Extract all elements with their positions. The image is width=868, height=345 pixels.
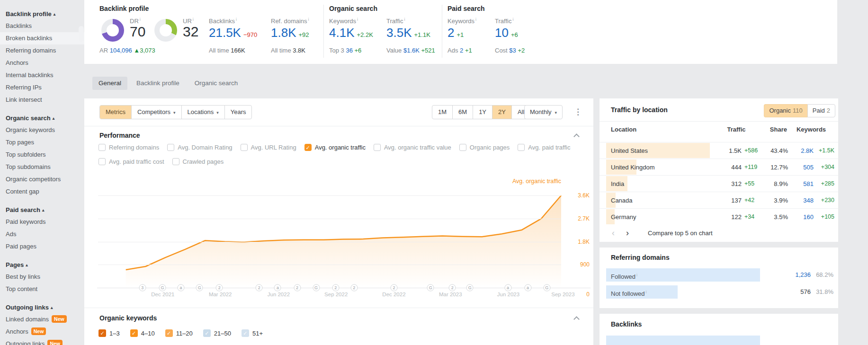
- compare-top5-link[interactable]: Compare top 5 on chart: [648, 230, 713, 237]
- backlinks-row[interactable]: [600, 335, 838, 345]
- event-marker-icon[interactable]: G: [159, 284, 166, 292]
- sidebar-section-pages[interactable]: Pages▴: [0, 259, 84, 271]
- collapse-performance-icon[interactable]: [573, 133, 580, 140]
- checkbox-avg-paid-traffic[interactable]: Avg. paid traffic: [518, 144, 570, 151]
- column-traffic[interactable]: Traffic: [712, 126, 761, 133]
- prev-page-icon[interactable]: ‹: [606, 228, 620, 238]
- range-1m-button[interactable]: 1M: [432, 106, 452, 119]
- range-6m-button[interactable]: 6M: [452, 106, 473, 119]
- event-marker-icon[interactable]: 2: [390, 284, 397, 292]
- event-marker-icon[interactable]: G: [313, 284, 320, 292]
- sidebar-item-link-intersect[interactable]: Link intersect: [0, 94, 84, 106]
- info-icon[interactable]: i: [475, 17, 476, 22]
- event-marker-icon[interactable]: 2: [449, 284, 456, 292]
- competitors-filter-button[interactable]: Competitors▾: [131, 106, 181, 119]
- sidebar-item-referring-ips[interactable]: Referring IPs: [0, 81, 84, 94]
- checkbox-avg-organic-traffic[interactable]: Avg. organic traffic: [304, 144, 366, 151]
- collapse-organic-keywords-icon[interactable]: [573, 316, 580, 322]
- checkbox-pos-4-10[interactable]: 4–10: [130, 329, 155, 337]
- event-marker-icon[interactable]: 2: [256, 284, 263, 292]
- top3-value-link[interactable]: 36: [346, 47, 352, 54]
- checkbox-pos-1-3[interactable]: 1–3: [98, 329, 120, 337]
- followed-count-link[interactable]: 1,236: [795, 267, 811, 283]
- sidebar-item-top-pages[interactable]: Top pages: [0, 136, 84, 149]
- info-icon[interactable]: i: [308, 17, 309, 22]
- organic-traffic-value-link[interactable]: 3.5K: [386, 26, 412, 40]
- event-marker-icon[interactable]: a: [504, 284, 511, 292]
- range-2y-button[interactable]: 2Y: [492, 106, 511, 119]
- table-row-canada[interactable]: Canada137+423.9%348+230: [600, 192, 838, 208]
- keywords-link[interactable]: 581: [788, 180, 814, 187]
- checkbox-pos-21-50[interactable]: 21–50: [203, 329, 231, 337]
- keywords-link[interactable]: 160: [788, 213, 814, 221]
- tab-backlink-profile[interactable]: Backlink profile: [130, 77, 186, 90]
- sidebar-item-best-by-links[interactable]: Best by links: [0, 271, 84, 283]
- table-row-germany[interactable]: Germany122+343.5%160+105: [600, 208, 838, 225]
- organic-traffic-line-chart[interactable]: [84, 188, 593, 290]
- sidebar-item-outgoing-anchors[interactable]: AnchorsNew: [0, 326, 84, 338]
- info-icon[interactable]: i: [140, 17, 141, 22]
- column-location[interactable]: Location: [600, 126, 712, 133]
- sidebar-item-organic-competitors[interactable]: Organic competitors: [0, 173, 84, 186]
- sidebar-section-organic-search[interactable]: Organic search▴: [0, 113, 84, 124]
- followed-row[interactable]: Followedi 1,236 68.2%: [600, 267, 838, 283]
- keywords-link[interactable]: 505: [788, 164, 814, 171]
- organic-toggle-button[interactable]: Organic110: [764, 104, 807, 117]
- sidebar-item-internal-backlinks[interactable]: Internal backlinks: [0, 69, 84, 81]
- info-icon[interactable]: i: [636, 273, 637, 277]
- not-followed-row[interactable]: Not followedi 576 31.8%: [600, 284, 838, 300]
- event-marker-icon[interactable]: G: [196, 284, 203, 292]
- checkbox-pos-11-20[interactable]: 11–20: [165, 329, 193, 337]
- granularity-select[interactable]: Monthly▾: [524, 105, 563, 119]
- checkbox-avg-paid-traffic-cost[interactable]: Avg. paid traffic cost: [98, 158, 164, 165]
- sidebar-section-paid-search[interactable]: Paid search▴: [0, 204, 84, 216]
- sidebar-item-broken-backlinks[interactable]: Broken backlinks: [0, 32, 84, 44]
- paid-toggle-button[interactable]: Paid2: [807, 104, 835, 117]
- info-icon[interactable]: i: [236, 17, 237, 22]
- event-marker-icon[interactable]: G: [427, 284, 434, 292]
- event-marker-icon[interactable]: a: [178, 284, 185, 292]
- column-keywords[interactable]: Keywords: [787, 126, 838, 133]
- sidebar-item-organic-keywords[interactable]: Organic keywords: [0, 124, 84, 136]
- backlinks-value-link[interactable]: 21.5K: [209, 26, 241, 40]
- sidebar-item-outgoing-links[interactable]: Outgoing linksNew: [0, 338, 84, 345]
- tab-general[interactable]: General: [92, 77, 127, 90]
- checkbox-avg-domain-rating[interactable]: Avg. Domain Rating: [167, 144, 232, 151]
- sidebar-section-outgoing-links[interactable]: Outgoing links▴: [0, 302, 84, 313]
- sidebar-item-anchors[interactable]: Anchors: [0, 57, 84, 69]
- paid-keywords-value-link[interactable]: 2: [447, 26, 454, 40]
- event-marker-icon[interactable]: 3: [139, 284, 146, 292]
- info-icon[interactable]: i: [646, 290, 647, 294]
- event-marker-icon[interactable]: a: [274, 284, 281, 292]
- next-page-icon[interactable]: ›: [620, 228, 635, 238]
- keywords-link[interactable]: 2.8K: [788, 147, 814, 154]
- table-row-united-kingdom[interactable]: United Kingdom444+11912.7%505+304: [600, 159, 838, 175]
- range-1y-button[interactable]: 1Y: [473, 106, 492, 119]
- keywords-link[interactable]: 348: [788, 197, 814, 204]
- event-marker-icon[interactable]: 2: [294, 284, 301, 292]
- sidebar-collapse-handle[interactable]: [79, 26, 84, 42]
- checkbox-organic-pages[interactable]: Organic pages: [459, 144, 510, 151]
- sidebar-item-backlinks[interactable]: Backlinks: [0, 20, 84, 32]
- checkbox-crawled-pages[interactable]: Crawled pages: [172, 158, 224, 165]
- sidebar-item-referring-domains[interactable]: Referring domains: [0, 44, 84, 57]
- event-marker-icon[interactable]: a: [524, 284, 531, 292]
- sidebar-item-paid-keywords[interactable]: Paid keywords: [0, 216, 84, 228]
- ads-value-link[interactable]: 2: [460, 47, 463, 54]
- event-marker-icon[interactable]: 2: [332, 284, 339, 292]
- sidebar-item-content-gap[interactable]: Content gap: [0, 186, 84, 198]
- table-row-india[interactable]: India312+558.9%581+285: [600, 175, 838, 192]
- ref-domains-value-link[interactable]: 1.8K: [271, 26, 296, 40]
- event-marker-icon[interactable]: G: [466, 284, 474, 292]
- sidebar-item-paid-pages[interactable]: Paid pages: [0, 240, 84, 253]
- column-share[interactable]: Share: [761, 126, 787, 133]
- checkbox-avg-organic-traffic-value[interactable]: Avg. organic traffic value: [374, 144, 451, 151]
- info-icon[interactable]: i: [404, 17, 405, 22]
- locations-filter-button[interactable]: Locations▾: [181, 106, 224, 119]
- event-marker-icon[interactable]: G: [543, 284, 550, 292]
- cost-value-link[interactable]: $3: [509, 47, 516, 54]
- event-marker-icon[interactable]: 2: [350, 284, 358, 292]
- sidebar-item-top-subfolders[interactable]: Top subfolders: [0, 149, 84, 161]
- years-filter-button[interactable]: Years: [224, 106, 252, 119]
- checkbox-avg-url-rating[interactable]: Avg. URL Rating: [241, 144, 296, 151]
